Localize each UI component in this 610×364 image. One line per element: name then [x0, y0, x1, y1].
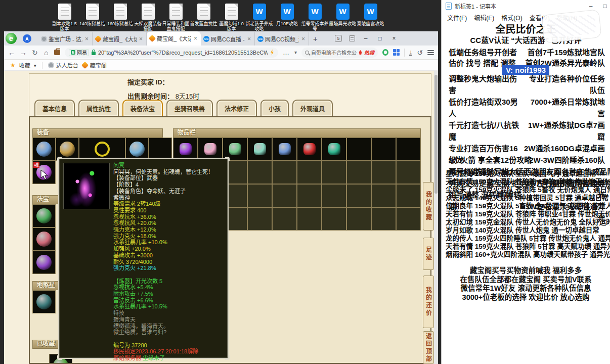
desktop-icon[interactable]: 新老孩子养成攻略	[245, 1, 273, 31]
minimize-button[interactable]: –	[362, 35, 369, 42]
page-scrollbar[interactable]	[434, 71, 438, 364]
my-counteroffer-button[interactable]: 我的还价	[423, 276, 434, 328]
bookmark-item[interactable]: 达人后台	[48, 61, 78, 69]
browser-tab[interactable]: 藏宝阁_《大话西游2 ×	[147, 31, 201, 46]
item-slot[interactable]	[371, 161, 396, 184]
layout-icon[interactable]	[349, 35, 355, 41]
bookmark-item[interactable]: 藏宝阁	[82, 61, 107, 69]
item-slot[interactable]	[396, 161, 421, 184]
reload-icon[interactable]: ↻	[31, 49, 38, 57]
detail-tab[interactable]: 基本信息	[34, 100, 75, 116]
desktop-icon[interactable]: 画魔幻域1.0版本	[217, 1, 245, 31]
back-icon[interactable]: ←	[8, 49, 15, 57]
caret-icon[interactable]: ▾	[34, 63, 36, 68]
item-slot[interactable]	[322, 138, 346, 161]
lightning-icon[interactable]	[270, 50, 274, 56]
forward-icon[interactable]: →	[20, 49, 27, 57]
item-slot[interactable]	[247, 161, 272, 184]
compass-icon[interactable]	[23, 34, 31, 43]
desktop-icon[interactable]: 首发蓝血抗性	[190, 1, 217, 31]
item-slot[interactable]	[371, 184, 396, 207]
apps-grid-icon[interactable]	[393, 49, 400, 56]
desktop-icon[interactable]: 天梯双魔装备搭配	[134, 1, 162, 31]
item-slot[interactable]	[247, 207, 272, 231]
item-slot[interactable]	[297, 138, 322, 161]
browser-tab[interactable]: 鉴宝广场 - 达人后台 ×	[38, 32, 93, 46]
url-text[interactable]: 20"tag"%3A%20"user"%7D&reco_request_id=1…	[98, 50, 268, 56]
item-slot[interactable]	[32, 138, 56, 161]
menu-item[interactable]: 文件(F)	[444, 13, 470, 22]
tab-close-icon[interactable]: ×	[138, 35, 144, 42]
item-slot[interactable]	[247, 184, 272, 207]
desktop-icon[interactable]: 140炼狱总结	[78, 1, 106, 31]
item-slot[interactable]	[297, 184, 322, 207]
tab-close-icon[interactable]: ×	[84, 35, 90, 42]
tab-close-icon[interactable]: ×	[193, 35, 198, 42]
hot-search-label[interactable]: 热搜	[364, 49, 374, 56]
item-slot[interactable]	[272, 161, 297, 184]
detail-tab[interactable]: 外观道具	[292, 100, 333, 116]
desktop-icon[interactable]: 月10E攻略	[273, 1, 301, 31]
menu-icon[interactable]	[427, 50, 434, 55]
tab-close-icon[interactable]: ×	[300, 35, 306, 42]
search-box[interactable]: 自带电脑不合格充公 热搜	[301, 48, 378, 58]
item-slot[interactable]	[32, 204, 56, 228]
browser-logo-icon[interactable]: e	[6, 33, 17, 44]
new-tab-button[interactable]: +	[309, 34, 322, 43]
item-slot[interactable]	[32, 251, 56, 274]
chevron-down-icon[interactable]: ▾	[294, 50, 297, 55]
back-to-top-button[interactable]: 返回顶部	[423, 331, 434, 364]
item-slot[interactable]	[322, 207, 346, 231]
detail-tab[interactable]: 坐骑召唤兽	[166, 100, 213, 116]
detail-tab[interactable]: 属性抗性	[78, 100, 119, 116]
browser-tab[interactable]: 网易CC直播 - 大型 ×	[201, 32, 255, 46]
item-slot[interactable]	[371, 138, 396, 161]
desktop-icon[interactable]: 秦陵幽宫攻略	[357, 1, 384, 31]
detail-tab[interactable]: 装备法宝	[122, 100, 163, 116]
briefcase-icon[interactable]	[54, 50, 60, 55]
desktop-icon[interactable]: 160炼狱总结	[106, 1, 134, 31]
item-slot[interactable]	[32, 290, 56, 313]
notepad-maximize-button[interactable]: □	[601, 3, 608, 10]
item-slot[interactable]	[346, 161, 371, 184]
item-slot[interactable]	[297, 161, 322, 184]
item-slot[interactable]	[396, 207, 421, 231]
detail-tab[interactable]: 法术修正	[216, 100, 257, 116]
item-slot[interactable]	[297, 207, 322, 231]
item-slot[interactable]	[272, 138, 297, 161]
menu-item[interactable]: 编辑(E)	[470, 13, 498, 22]
item-slot[interactable]	[272, 207, 297, 231]
adblock-icon[interactable]	[382, 49, 388, 56]
item-slot[interactable]	[32, 228, 56, 251]
session-box-icon[interactable]: 5	[335, 35, 342, 42]
desktop-icon[interactable]: 副本攻略1.5版本	[51, 1, 78, 31]
browser-tab[interactable]: 藏宝阁_《大话西游2 ×	[93, 32, 147, 46]
download-icon[interactable]: ↓	[409, 49, 413, 56]
item-slot[interactable]	[322, 161, 346, 184]
scrollbar-thumb[interactable]	[434, 75, 438, 194]
item-slot[interactable]	[272, 184, 297, 207]
maximize-button[interactable]: □	[376, 35, 383, 42]
more-icon[interactable]: …	[283, 49, 290, 56]
item-slot[interactable]	[346, 184, 371, 207]
close-button[interactable]: ×	[390, 35, 398, 42]
item-slot[interactable]	[371, 207, 396, 231]
my-favorites-button[interactable]: 我的收藏	[423, 182, 434, 231]
item-slot[interactable]	[346, 138, 371, 161]
browser-tab[interactable]: 网易CC视频_游戏视 ×	[255, 32, 309, 46]
desktop-icon[interactable]: 日常睡装和固血鬼搭配	[162, 1, 190, 31]
history-icon[interactable]: ↺	[417, 49, 423, 57]
address-bar[interactable]: E 网易 20"tag"%3A%20"user"%7D&reco_request…	[65, 48, 278, 58]
footprints-button[interactable]: 足迹	[423, 238, 434, 270]
desktop-icon[interactable]: 雁塔异光攻略	[329, 1, 357, 31]
detail-tab[interactable]: 小孩	[260, 100, 289, 116]
item-slot[interactable]	[322, 184, 346, 207]
bookmarks-folder[interactable]: 收藏	[19, 61, 30, 69]
desktop-icon[interactable]: 组号零成本养号	[301, 1, 329, 31]
home-icon[interactable]: ⌂	[43, 49, 50, 57]
item-slot[interactable]	[247, 138, 272, 161]
item-slot[interactable]	[396, 184, 421, 207]
tab-close-icon[interactable]: ×	[246, 35, 252, 42]
menu-item[interactable]: 格式(O)	[498, 13, 526, 22]
notepad-minimize-button[interactable]: –	[587, 3, 594, 10]
